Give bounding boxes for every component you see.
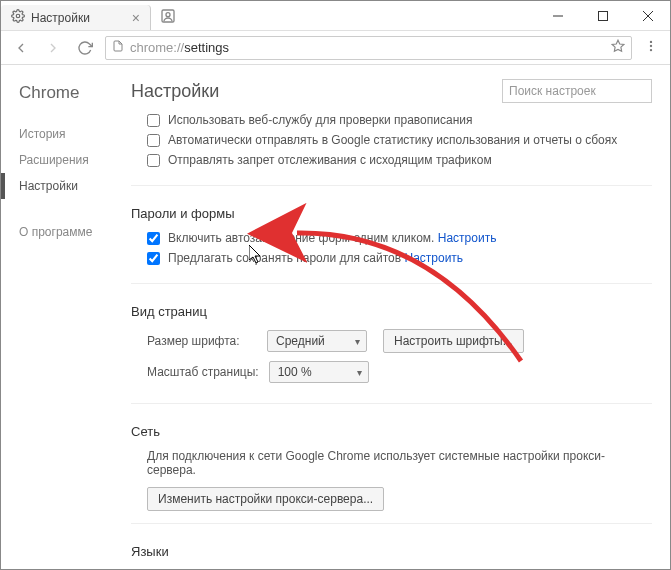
url-text: chrome://settings xyxy=(130,40,605,55)
sidebar-item-extensions[interactable]: Расширения xyxy=(19,147,131,173)
sidebar-item-about[interactable]: О программе xyxy=(19,219,131,245)
checkbox-row-dnt: Отправлять запрет отслеживания с исходящ… xyxy=(147,153,652,167)
address-input[interactable]: chrome://settings xyxy=(105,36,632,60)
zoom-select[interactable]: 100 % xyxy=(269,361,369,383)
minimize-button[interactable] xyxy=(535,1,580,30)
checkbox-dnt[interactable] xyxy=(147,154,160,167)
checkbox-label[interactable]: Автоматически отправлять в Google статис… xyxy=(168,133,617,147)
checkbox-label[interactable]: Использовать веб-службу для проверки пра… xyxy=(168,113,472,127)
section-heading-passwords: Пароли и формы xyxy=(131,206,652,221)
bookmark-icon[interactable] xyxy=(611,39,625,56)
reload-button[interactable] xyxy=(73,38,97,58)
profile-icon[interactable] xyxy=(151,1,185,30)
sidebar-item-history[interactable]: История xyxy=(19,121,131,147)
link-configure-autofill[interactable]: Настроить xyxy=(438,231,497,245)
font-size-row: Размер шрифта: Средний Настроить шрифты.… xyxy=(147,329,652,353)
checkbox-row-save-passwords: Предлагать сохранять пароли для сайтов Н… xyxy=(147,251,652,265)
zoom-row: Масштаб страницы: 100 % xyxy=(147,361,652,383)
checkbox-autofill[interactable] xyxy=(147,232,160,245)
svg-point-0 xyxy=(16,14,20,18)
window-controls xyxy=(535,1,670,30)
svg-rect-4 xyxy=(598,11,607,20)
section-heading-languages: Языки xyxy=(131,544,652,559)
menu-button[interactable] xyxy=(640,37,662,58)
address-bar: chrome://settings xyxy=(1,31,670,65)
forward-button[interactable] xyxy=(41,38,65,58)
checkbox-label[interactable]: Предлагать сохранять пароли для сайтов Н… xyxy=(168,251,463,265)
checkbox-label[interactable]: Отправлять запрет отслеживания с исходящ… xyxy=(168,153,492,167)
checkbox-row-spellcheck: Использовать веб-службу для проверки пра… xyxy=(147,113,652,127)
svg-point-10 xyxy=(650,49,652,51)
font-size-label: Размер шрифта: xyxy=(147,334,257,348)
close-button[interactable] xyxy=(625,1,670,30)
brand-label: Chrome xyxy=(19,83,131,103)
link-configure-passwords[interactable]: Настроить xyxy=(404,251,463,265)
settings-sidebar: Chrome История Расширения Настройки О пр… xyxy=(1,65,131,570)
zoom-label: Масштаб страницы: xyxy=(147,365,259,379)
section-heading-appearance: Вид страниц xyxy=(131,304,652,319)
font-size-select[interactable]: Средний xyxy=(267,330,367,352)
search-input[interactable]: Поиск настроек xyxy=(502,79,652,103)
back-button[interactable] xyxy=(9,38,33,58)
configure-fonts-button[interactable]: Настроить шрифты... xyxy=(383,329,524,353)
checkbox-row-stats: Автоматически отправлять в Google статис… xyxy=(147,133,652,147)
page-icon xyxy=(112,40,124,55)
proxy-settings-button[interactable]: Изменить настройки прокси-сервера... xyxy=(147,487,384,511)
network-desc: Для подключения к сети Google Chrome исп… xyxy=(147,449,652,477)
window-titlebar: Настройки × xyxy=(1,1,670,31)
svg-marker-7 xyxy=(612,40,624,51)
checkbox-row-autofill: Включить автозаполнение форм одним клико… xyxy=(147,231,652,245)
svg-point-2 xyxy=(166,12,170,16)
sidebar-item-settings[interactable]: Настройки xyxy=(19,173,131,199)
content-area: Chrome История Расширения Настройки О пр… xyxy=(1,65,670,570)
svg-point-9 xyxy=(650,45,652,47)
page-title: Настройки xyxy=(131,81,219,102)
checkbox-stats[interactable] xyxy=(147,134,160,147)
settings-main: Настройки Поиск настроек Использовать ве… xyxy=(131,65,670,570)
checkbox-spellcheck[interactable] xyxy=(147,114,160,127)
tab-close-icon[interactable]: × xyxy=(132,10,140,26)
tab-title: Настройки xyxy=(31,11,90,25)
maximize-button[interactable] xyxy=(580,1,625,30)
svg-point-8 xyxy=(650,41,652,43)
checkbox-label[interactable]: Включить автозаполнение форм одним клико… xyxy=(168,231,496,245)
section-heading-network: Сеть xyxy=(131,424,652,439)
checkbox-save-passwords[interactable] xyxy=(147,252,160,265)
gear-icon xyxy=(11,9,25,26)
browser-tab[interactable]: Настройки × xyxy=(1,5,151,30)
